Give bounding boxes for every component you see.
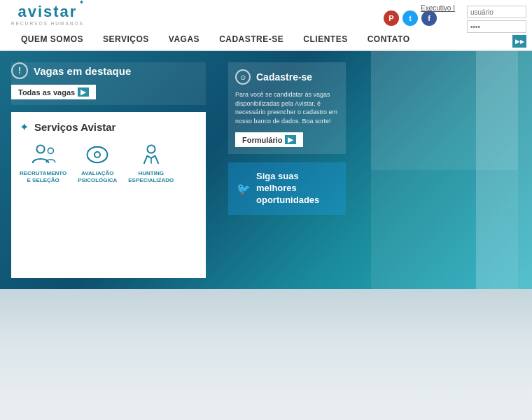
vagas-header: ! Vagas em destaque [11,62,206,79]
nav-contato[interactable]: CONTATO [358,34,420,44]
svg-point-0 [36,145,44,153]
logo: avistar ✦ [18,3,77,21]
services-title: Serviços Avistar [34,121,115,133]
login-button[interactable]: ▶ [512,35,526,48]
formulario-label: Formulário [242,136,282,144]
nav-servicos[interactable]: SERVIÇOS [93,34,159,44]
twitter-social-icon[interactable]: t [402,10,418,26]
bottom-area [0,289,532,401]
service-hunting[interactable]: HUNTING ESPECIALIZADO [128,142,174,183]
nav-clientes[interactable]: CLIENTES [293,34,357,44]
executivo-link[interactable]: Executivo I [421,4,455,12]
todas-vagas-button[interactable]: Todas as vagas ▶ [11,85,96,99]
cadastre-title: Cadastre-se [256,71,312,83]
facebook-icon[interactable]: f [421,10,437,26]
services-header: ✦ Serviços Avistar [20,120,197,134]
cadastre-header: ⊙ Cadastre-se [235,69,339,85]
vagas-title: Vagas em destaque [34,65,131,77]
nav-vagas[interactable]: VAGAS [159,34,209,44]
todas-vagas-arrow: ▶ [78,88,89,97]
nav-quem-somos[interactable]: QUEM SOMOS [11,34,93,44]
twitter-section[interactable]: 🐦 Siga suas melhores oportunidades [228,162,346,215]
hunting-label: HUNTING ESPECIALIZADO [128,170,174,183]
logo-area: avistar ✦ RECURSOS HUMANOS [11,3,84,26]
formulario-arrow: ▶ [285,135,296,144]
cadastre-text: Para você se candidatar às vagas disponi… [235,90,339,125]
services-icon: ✦ [20,120,29,134]
middle-panel: ⊙ Cadastre-se Para você se candidatar às… [217,51,357,289]
login-area: ▶ [467,6,526,48]
header-top: avistar ✦ RECURSOS HUMANOS P t f Executi… [0,0,532,29]
pinterest-icon[interactable]: P [384,10,399,26]
formulario-button[interactable]: Formulário ▶ [235,132,303,147]
cadastre-icon: ⊙ [235,69,251,85]
nav-cadastrese[interactable]: CADASTRE-SE [209,34,293,44]
cadastre-section: ⊙ Cadastre-se Para você se candidatar às… [228,62,346,154]
login-side-panel [476,51,532,289]
logo-sub: RECURSOS HUMANOS [11,21,84,26]
service-avaliacao[interactable]: AVALIAÇÃO PSICOLÓGICA [78,142,117,183]
password-input[interactable] [467,20,526,33]
svg-point-1 [48,148,53,153]
svg-point-3 [94,152,100,158]
social-icons: P t f [384,10,437,26]
main-content: ! Vagas em destaque Todas as vagas ▶ ✦ S… [0,51,532,289]
username-input[interactable] [467,6,526,18]
left-panel: ! Vagas em destaque Todas as vagas ▶ ✦ S… [0,51,217,289]
navigation: QUEM SOMOS SERVIÇOS VAGAS CADASTRE-SE CL… [0,29,532,51]
avaliacao-label: AVALIAÇÃO PSICOLÓGICA [78,170,117,183]
twitter-bird-icon: 🐦 [237,182,251,195]
twitter-text: Siga suas melhores oportunidades [256,171,337,206]
recrutamento-label: RECRUTAMENTO E SELEÇÃO [20,170,66,183]
recrutamento-icon [29,142,57,167]
svg-point-4 [147,145,155,153]
todas-vagas-label: Todas as vagas [18,88,75,97]
service-recrutamento[interactable]: RECRUTAMENTO E SELEÇÃO [20,142,66,183]
avaliacao-icon [83,142,111,167]
hunting-icon [137,142,165,167]
services-icons-row: RECRUTAMENTO E SELEÇÃO AVALIAÇÃO PSICOLÓ… [20,142,197,183]
vagas-icon: ! [11,62,28,79]
vagas-section: ! Vagas em destaque Todas as vagas ▶ [11,62,206,105]
twitter-header: 🐦 Siga suas melhores oportunidades [237,171,337,206]
services-box: ✦ Serviços Avistar RECRUTAMENTO E SELEÇÃ… [11,112,206,278]
